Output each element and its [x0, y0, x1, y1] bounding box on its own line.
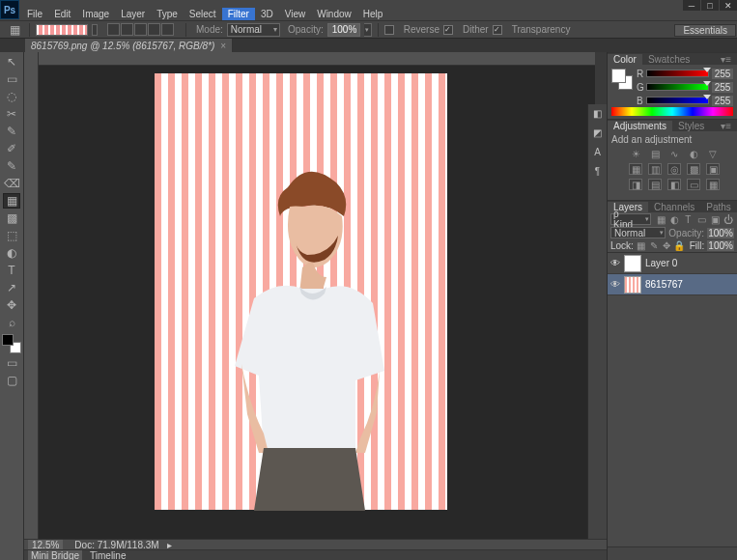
adj-threshold-icon[interactable]: ◧ — [667, 179, 681, 190]
tool-dodge[interactable]: ⬚ — [3, 228, 20, 243]
adj-exposure-icon[interactable]: ◐ — [687, 148, 700, 159]
adj-posterize-icon[interactable]: ▤ — [648, 179, 662, 190]
tool-type[interactable]: T — [3, 263, 20, 278]
gradient-picker-dropdown[interactable] — [92, 24, 98, 36]
tool-preset-icon[interactable]: ▦ — [6, 22, 23, 38]
adj-photo-filter-icon[interactable]: ◎ — [667, 163, 681, 175]
filter-toggle-icon[interactable]: ⏻ — [723, 213, 734, 225]
tab-adjustments[interactable]: Adjustments — [608, 121, 672, 131]
document-canvas[interactable] — [155, 73, 447, 510]
adj-gradient-map-icon[interactable]: ▭ — [687, 179, 700, 190]
layer-row[interactable]: 👁 Layer 0 — [608, 253, 737, 274]
gradient-linear-icon[interactable] — [107, 23, 120, 36]
layer-row[interactable]: 👁 8615767 — [608, 274, 737, 295]
menu-help[interactable]: Help — [357, 8, 389, 20]
tab-color[interactable]: Color — [608, 54, 642, 65]
tool-stamp[interactable]: ✎ — [3, 158, 20, 174]
filter-pixel-icon[interactable]: ▦ — [655, 213, 666, 225]
document-tab[interactable]: 8615769.png @ 12.5% (8615767, RGB/8*) × — [25, 39, 233, 52]
window-maximize-button[interactable]: □ — [701, 0, 719, 11]
menu-view[interactable]: View — [279, 8, 312, 20]
workspace-switcher[interactable]: Essentials — [674, 24, 736, 37]
gradient-reflected-icon[interactable] — [148, 23, 160, 36]
gradient-diamond-icon[interactable] — [161, 23, 174, 36]
adj-hue-icon[interactable]: ▦ — [629, 163, 642, 175]
menu-type[interactable]: Type — [151, 8, 184, 20]
menu-image[interactable]: Image — [76, 8, 115, 20]
layer-opacity-value[interactable]: 100% — [707, 228, 734, 238]
g-slider[interactable] — [646, 83, 709, 91]
adj-bw-icon[interactable]: ▥ — [648, 163, 662, 175]
layer-thumbnail[interactable] — [624, 276, 641, 294]
adj-color-lookup-icon[interactable]: ▣ — [706, 163, 720, 175]
adj-invert-icon[interactable]: ◨ — [629, 179, 642, 190]
tool-eraser[interactable]: ⌫ — [3, 176, 20, 191]
lock-transparent-icon[interactable]: ▦ — [637, 241, 646, 251]
gradient-preview[interactable] — [36, 24, 88, 36]
tool-crop[interactable]: ✂ — [3, 106, 20, 122]
tool-brush[interactable]: ✐ — [3, 141, 20, 156]
fill-value[interactable]: 100% — [707, 240, 734, 251]
panel-menu-icon[interactable]: ▾≡ — [715, 54, 737, 65]
tool-quickmask[interactable]: ▭ — [3, 355, 20, 371]
transparency-checkbox[interactable]: ✓ — [493, 25, 502, 35]
tab-swatches[interactable]: Swatches — [642, 54, 695, 65]
filter-shape-icon[interactable]: ▭ — [695, 213, 707, 225]
history-icon[interactable]: ◧ — [591, 106, 605, 120]
r-value[interactable]: 255 — [712, 69, 733, 79]
canvas-viewport[interactable] — [39, 52, 595, 560]
adj-channel-mixer-icon[interactable]: ▩ — [687, 163, 700, 175]
properties-icon[interactable]: ◩ — [591, 126, 605, 139]
tool-zoom[interactable]: ⌕ — [3, 315, 20, 330]
filter-adjust-icon[interactable]: ◐ — [668, 213, 680, 225]
b-value[interactable]: 255 — [712, 96, 733, 106]
lock-all-icon[interactable]: 🔒 — [674, 241, 684, 251]
visibility-toggle-icon[interactable]: 👁 — [610, 280, 620, 290]
mini-bridge-tab[interactable]: Mini Bridge — [28, 550, 82, 561]
r-slider[interactable] — [646, 70, 709, 77]
layer-name[interactable]: Layer 0 — [645, 258, 677, 268]
adj-brightness-icon[interactable]: ☀ — [629, 148, 642, 159]
lock-image-icon[interactable]: ✎ — [649, 241, 659, 251]
panel-menu-icon[interactable]: ▾≡ — [715, 121, 737, 131]
adj-levels-icon[interactable]: ▤ — [648, 148, 662, 159]
menu-file[interactable]: File — [21, 8, 48, 20]
menu-layer[interactable]: Layer — [115, 8, 151, 20]
adj-curves-icon[interactable]: ∿ — [667, 148, 681, 159]
tool-marquee[interactable]: ▭ — [3, 71, 20, 87]
layer-blend-mode[interactable]: Normal — [610, 227, 666, 238]
tool-blur[interactable]: ▩ — [3, 210, 20, 226]
foreground-color-swatch[interactable] — [2, 334, 14, 346]
tool-eyedropper[interactable]: ✎ — [3, 124, 20, 139]
layer-name[interactable]: 8615767 — [645, 279, 683, 290]
visibility-toggle-icon[interactable]: 👁 — [610, 259, 620, 268]
blend-mode-select[interactable]: Normal — [227, 23, 280, 37]
filter-type-icon[interactable]: T — [682, 213, 694, 225]
tool-lasso[interactable]: ◌ — [3, 89, 20, 104]
adj-selective-color-icon[interactable]: ▦ — [706, 179, 720, 190]
tab-channels[interactable]: Channels — [648, 202, 700, 212]
tool-move[interactable]: ↖ — [3, 54, 20, 70]
info-dropdown-icon[interactable]: ▸ — [167, 540, 172, 550]
close-icon[interactable]: × — [220, 41, 226, 51]
tab-styles[interactable]: Styles — [672, 121, 710, 131]
tool-hand[interactable]: ✥ — [3, 297, 20, 313]
reverse-checkbox[interactable] — [384, 25, 394, 35]
color-fg-chip[interactable] — [611, 69, 626, 83]
gradient-angle-icon[interactable] — [134, 23, 147, 36]
adj-vibrance-icon[interactable]: ▽ — [706, 148, 720, 159]
layer-filter-type[interactable]: ρ Kind — [610, 213, 651, 225]
zoom-level[interactable]: 12.5% — [28, 540, 63, 550]
foreground-background-colors[interactable] — [2, 334, 21, 353]
g-value[interactable]: 255 — [712, 82, 733, 93]
lock-position-icon[interactable]: ✥ — [662, 241, 671, 251]
filter-smart-icon[interactable]: ▣ — [709, 213, 721, 225]
b-slider[interactable] — [646, 97, 709, 104]
timeline-tab[interactable]: Timeline — [90, 550, 126, 561]
color-ramp[interactable] — [611, 107, 733, 116]
dither-checkbox[interactable]: ✓ — [443, 25, 453, 35]
menu-filter[interactable]: Filter — [222, 8, 255, 20]
layer-thumbnail[interactable] — [624, 255, 641, 272]
opacity-input[interactable]: 100% — [327, 23, 360, 37]
tool-pen[interactable]: ◐ — [3, 245, 20, 261]
